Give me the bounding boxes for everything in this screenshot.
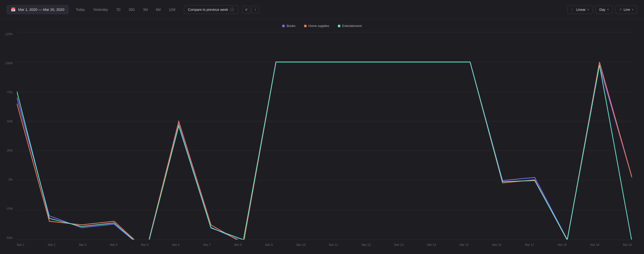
- x-mar2: Mar 2: [48, 243, 56, 247]
- calendar-icon: 📅: [11, 7, 16, 12]
- x-mar19: Mar 19: [590, 243, 599, 247]
- y-25: 25%: [7, 149, 13, 152]
- line-label: Line: [624, 8, 630, 11]
- chart-svg: [17, 32, 632, 240]
- x-mar9: Mar 9: [265, 243, 273, 247]
- period-30d[interactable]: 30D: [125, 6, 138, 13]
- x-mar17: Mar 17: [525, 243, 534, 247]
- legend-home-label: Home supplies: [308, 24, 329, 28]
- chart-inner: [17, 32, 632, 240]
- compare-label: Compare to previous week: [188, 8, 228, 11]
- y-100: 100%: [5, 62, 13, 65]
- day-label: Day: [600, 8, 606, 11]
- x-mar20: Mar 20: [623, 243, 632, 247]
- y-n25: -25%: [6, 207, 13, 211]
- x-mar4: Mar 4: [110, 243, 118, 247]
- legend-home-dot: [304, 25, 306, 27]
- day-dropdown[interactable]: Day ▾: [595, 5, 613, 14]
- legend-entertainment-dot: [338, 25, 340, 27]
- period-7d[interactable]: 7D: [112, 6, 124, 13]
- x-mar1: Mar 1: [17, 243, 24, 247]
- legend-entertainment: Entertainment: [338, 24, 362, 28]
- y-0: 0%: [9, 178, 13, 181]
- legend-entertainment-label: Entertainment: [342, 24, 362, 28]
- y-n50: -50%: [6, 236, 13, 240]
- x-mar10: Mar 10: [296, 243, 305, 247]
- x-mar3: Mar 3: [79, 243, 86, 247]
- toolbar: 📅 Mar 1, 2020 — Mar 20, 2020 Today Yeste…: [0, 0, 644, 19]
- x-mar18: Mar 18: [558, 243, 566, 247]
- period-3m[interactable]: 3M: [139, 6, 151, 13]
- line-dropdown[interactable]: ↗ Line ▾: [615, 5, 637, 14]
- x-mar13: Mar 13: [394, 243, 403, 247]
- date-range-button[interactable]: 📅 Mar 1, 2020 — Mar 20, 2020: [7, 5, 68, 14]
- x-mar6: Mar 6: [172, 243, 180, 247]
- legend-home-supplies: Home supplies: [304, 24, 329, 28]
- y-75: 75%: [7, 91, 13, 94]
- linear-dropdown[interactable]: ⎸ Linear ▾: [567, 5, 593, 14]
- x-mar11: Mar 11: [329, 243, 338, 247]
- linear-chevron: ▾: [588, 8, 589, 11]
- x-mar7: Mar 7: [203, 243, 211, 247]
- line-chevron: ▾: [632, 8, 633, 11]
- period-today[interactable]: Today: [72, 6, 88, 13]
- legend: Books Home supplies Entertainment: [0, 24, 644, 28]
- chart-container: 📅 Mar 1, 2020 — Mar 20, 2020 Today Yeste…: [0, 0, 644, 254]
- x-axis: Mar 1 Mar 2 Mar 3 Mar 4 Mar 5 Mar 6 Mar …: [17, 241, 632, 254]
- x-mar15: Mar 15: [460, 243, 468, 247]
- upload-icon-button[interactable]: ↑: [252, 6, 259, 13]
- period-12m[interactable]: 12M: [165, 6, 179, 13]
- chart-body: 125% 100% 75% 50% 25% 0% -25% -50%: [0, 32, 644, 254]
- x-mar5: Mar 5: [141, 243, 148, 247]
- date-range-label: Mar 1, 2020 — Mar 20, 2020: [18, 7, 64, 11]
- y-axis: 125% 100% 75% 50% 25% 0% -25% -50%: [0, 32, 16, 240]
- day-chevron: ▾: [607, 8, 608, 11]
- y-50: 50%: [7, 120, 13, 123]
- legend-books: Books: [282, 24, 295, 28]
- icon-buttons: # ↑: [242, 6, 259, 13]
- period-yesterday[interactable]: Yesterday: [90, 6, 112, 13]
- x-mar8: Mar 8: [234, 243, 242, 247]
- period-6m[interactable]: 6M: [152, 6, 164, 13]
- chart-area: Books Home supplies Entertainment 125% 1…: [0, 19, 644, 254]
- compare-button[interactable]: Compare to previous week ✕: [184, 5, 238, 14]
- period-buttons: Today Yesterday 7D 30D 3M 6M 12M: [72, 6, 179, 13]
- legend-books-dot: [282, 25, 285, 27]
- linear-label: Linear: [576, 8, 586, 11]
- grid-icon-button[interactable]: #: [242, 6, 250, 13]
- x-mar14: Mar 14: [427, 243, 436, 247]
- y-125: 125%: [5, 32, 13, 36]
- legend-books-label: Books: [286, 24, 295, 28]
- x-mar16: Mar 16: [492, 243, 501, 247]
- close-icon: ✕: [230, 7, 234, 12]
- x-mar12: Mar 12: [362, 243, 370, 247]
